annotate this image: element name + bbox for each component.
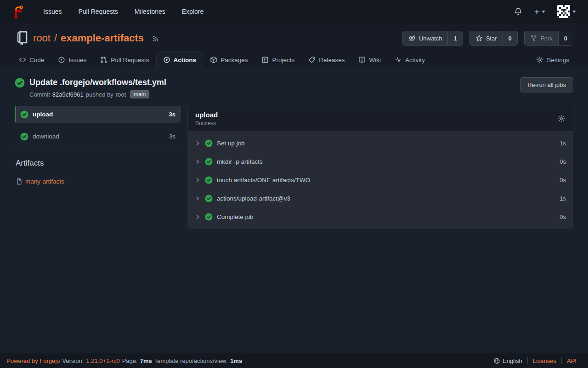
nav-link-issues[interactable]: Issues	[43, 8, 62, 15]
tab-issues[interactable]: Issues	[51, 51, 93, 69]
language-selector[interactable]: English	[488, 357, 527, 364]
commit-label: Commit	[29, 91, 50, 98]
unwatch-button[interactable]: Unwatch	[403, 31, 448, 45]
step-duration: 1s	[560, 140, 566, 147]
licenses-link[interactable]: Licenses	[533, 357, 556, 364]
success-check-circle-icon	[15, 78, 25, 88]
success-check-circle-icon	[20, 110, 28, 119]
success-check-circle-icon	[205, 195, 213, 202]
step-row-touch[interactable]: touch artifacts/ONE artifacts/TWO 0s	[187, 171, 573, 189]
fork-icon	[530, 34, 537, 42]
book-open-icon	[358, 56, 366, 63]
nav-right: +	[514, 5, 576, 18]
commit-sha-link[interactable]: 82a5cf6961	[52, 91, 84, 98]
version-label: Version:	[62, 357, 84, 364]
watchers-count[interactable]: 1	[447, 31, 462, 45]
tab-projects[interactable]: Projects	[254, 51, 301, 69]
step-row-upload-artifact[interactable]: actions/upload-artifact@v3 1s	[187, 189, 573, 207]
success-check-circle-icon	[205, 176, 213, 184]
step-row-mkdir[interactable]: mkdir -p artifacts 0s	[187, 152, 573, 171]
tab-packages[interactable]: Packages	[203, 51, 254, 69]
job-duration: 3s	[169, 133, 175, 140]
repository-icon	[15, 31, 28, 46]
tab-label: Packages	[220, 57, 248, 63]
pusher-link[interactable]: root	[116, 91, 126, 98]
star-button[interactable]: Star	[470, 31, 503, 45]
pull-request-icon	[100, 56, 107, 63]
repo-action-buttons: Unwatch 1 Star 0	[402, 31, 573, 46]
caret-down-icon	[542, 11, 545, 13]
top-navbar: Issues Pull Requests Milestones Explore …	[0, 0, 588, 23]
step-row-setup[interactable]: Set up job 1s	[187, 134, 573, 152]
nav-link-milestones[interactable]: Milestones	[135, 8, 165, 15]
section-divider	[15, 150, 181, 150]
star-button-group: Star 0	[469, 31, 518, 46]
api-link[interactable]: API	[567, 357, 577, 364]
fork-button-group: Fork 0	[524, 31, 573, 46]
tab-label: Actions	[174, 57, 197, 63]
settings-tools-icon	[536, 56, 543, 63]
step-duration: 0s	[560, 158, 566, 165]
tab-settings[interactable]: Settings	[529, 51, 576, 69]
tab-label: Releases	[319, 57, 345, 63]
nav-link-explore[interactable]: Explore	[182, 8, 204, 15]
run-header-left: Update .forgejo/workflows/test.yml Commi…	[15, 77, 166, 98]
tab-pull-requests[interactable]: Pull Requests	[93, 51, 156, 69]
forks-count[interactable]: 0	[558, 31, 573, 45]
powered-by-link[interactable]: Powered by Forgejo	[6, 357, 60, 364]
repo-breadcrumb: root / example-artifacts	[33, 32, 160, 44]
template-time-value: 1ms	[230, 357, 242, 364]
tab-label: Code	[29, 57, 44, 63]
nav-link-pull-requests[interactable]: Pull Requests	[78, 8, 118, 15]
rerun-all-jobs-button[interactable]: Re-run all jobs	[520, 77, 573, 92]
job-name: download	[33, 133, 59, 140]
step-row-complete[interactable]: Complete job 0s	[187, 207, 573, 226]
fork-label: Fork	[541, 35, 553, 42]
step-list: Set up job 1s mkdir -p artifacts 0s touc…	[187, 131, 573, 229]
branch-badge[interactable]: main	[130, 90, 149, 98]
rss-icon[interactable]	[152, 34, 160, 42]
version-link[interactable]: 1.21.0+1-rc0	[86, 357, 119, 364]
tab-actions[interactable]: Actions	[156, 51, 204, 69]
notifications-bell-icon[interactable]	[514, 7, 522, 16]
forgejo-logo-icon[interactable]	[12, 5, 26, 18]
star-label: Star	[486, 35, 497, 42]
nav-links: Issues Pull Requests Milestones Explore	[43, 8, 204, 15]
job-item-download[interactable]: download 3s	[15, 128, 181, 145]
step-duration: 0s	[560, 213, 566, 220]
repo-owner-link[interactable]: root	[33, 32, 51, 44]
run-title: Update .forgejo/workflows/test.yml	[29, 77, 166, 87]
chevron-right-icon	[195, 196, 201, 201]
success-check-circle-icon	[205, 139, 213, 147]
plus-icon: +	[534, 7, 539, 16]
chevron-right-icon	[195, 159, 201, 165]
job-item-upload[interactable]: upload 3s	[15, 106, 181, 123]
code-icon	[19, 56, 26, 63]
user-menu[interactable]	[557, 5, 576, 18]
caret-down-icon	[572, 11, 576, 13]
step-name: actions/upload-artifact@v3	[217, 195, 290, 202]
fork-button[interactable]: Fork	[525, 31, 558, 45]
gear-icon[interactable]	[557, 115, 565, 123]
step-name: touch artifacts/ONE artifacts/TWO	[217, 177, 310, 184]
artifact-download-link[interactable]: many-artifacts	[25, 178, 64, 185]
repo-header: root / example-artifacts Unwatch	[0, 23, 588, 69]
step-duration: 1s	[560, 195, 566, 202]
tab-label: Issues	[68, 57, 86, 63]
unwatch-label: Unwatch	[419, 35, 442, 42]
create-new-menu[interactable]: +	[534, 7, 545, 16]
chevron-right-icon	[195, 140, 201, 146]
step-name: Set up job	[217, 140, 245, 147]
repo-tabbar: Code Issues Pull Requests Actions P	[0, 51, 588, 69]
tab-code[interactable]: Code	[12, 51, 51, 69]
page-time-value: 7ms	[140, 357, 152, 364]
tab-releases[interactable]: Releases	[301, 51, 351, 69]
play-circle-icon	[163, 56, 170, 63]
chevron-right-icon	[195, 177, 201, 183]
chevron-right-icon	[195, 214, 201, 220]
repo-name-link[interactable]: example-artifacts	[61, 32, 144, 44]
tab-activity[interactable]: Activity	[388, 51, 432, 69]
avatar	[557, 5, 570, 18]
stars-count[interactable]: 0	[503, 31, 517, 45]
tab-wiki[interactable]: Wiki	[351, 51, 388, 69]
